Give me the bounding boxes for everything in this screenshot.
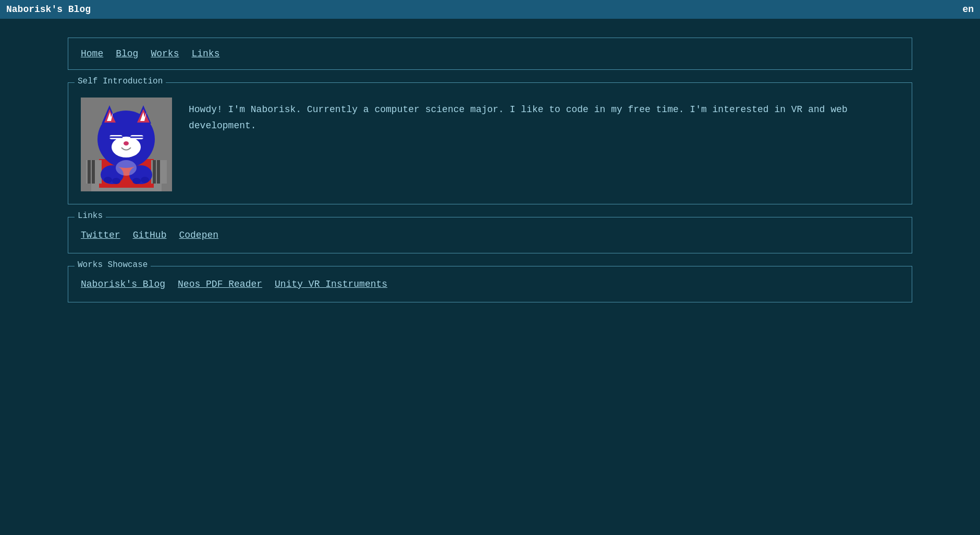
nav-panel: Home Blog Works Links xyxy=(68,38,912,70)
codepen-link[interactable]: Codepen xyxy=(179,230,218,240)
github-link[interactable]: GitHub xyxy=(133,230,167,240)
nav-works[interactable]: Works xyxy=(151,48,179,59)
works-legend: Works Showcase xyxy=(75,260,151,270)
works-list: Naborisk's Blog Neos PDF Reader Unity VR… xyxy=(81,279,899,289)
svg-point-25 xyxy=(104,177,112,183)
avatar-image xyxy=(81,98,172,191)
work-neos-pdf[interactable]: Neos PDF Reader xyxy=(178,279,262,289)
links-list: Twitter GitHub Codepen xyxy=(81,230,899,240)
twitter-link[interactable]: Twitter xyxy=(81,230,120,240)
topbar: Naborisk's Blog en xyxy=(0,0,980,19)
intro-bio: Howdy! I'm Naborisk. Currently a compute… xyxy=(189,98,899,133)
work-blog[interactable]: Naborisk's Blog xyxy=(81,279,165,289)
nav-links: Home Blog Works Links xyxy=(81,48,899,59)
svg-point-29 xyxy=(116,160,137,176)
svg-point-17 xyxy=(112,137,141,157)
self-introduction-legend: Self Introduction xyxy=(75,77,166,86)
links-legend: Links xyxy=(75,211,106,221)
svg-rect-7 xyxy=(153,160,156,184)
nav-links-item[interactable]: Links xyxy=(191,48,219,59)
site-title: Naborisk's Blog xyxy=(6,4,91,15)
self-introduction-panel: Self Introduction xyxy=(68,82,912,204)
intro-content: Howdy! I'm Naborisk. Currently a compute… xyxy=(81,98,899,191)
main-content: Home Blog Works Links Self Introduction xyxy=(0,19,980,321)
svg-point-27 xyxy=(132,178,141,184)
nav-home[interactable]: Home xyxy=(81,48,103,59)
links-panel: Links Twitter GitHub Codepen xyxy=(68,217,912,253)
work-unity-vr[interactable]: Unity VR Instruments xyxy=(275,279,387,289)
svg-rect-8 xyxy=(157,160,160,184)
nav-blog[interactable]: Blog xyxy=(116,48,138,59)
svg-point-22 xyxy=(124,141,129,145)
avatar xyxy=(81,98,172,191)
svg-rect-5 xyxy=(92,160,95,184)
svg-rect-4 xyxy=(88,160,91,184)
language-button[interactable]: en xyxy=(962,4,974,15)
svg-point-26 xyxy=(112,178,120,184)
works-panel: Works Showcase Naborisk's Blog Neos PDF … xyxy=(68,266,912,302)
svg-point-28 xyxy=(141,177,149,183)
